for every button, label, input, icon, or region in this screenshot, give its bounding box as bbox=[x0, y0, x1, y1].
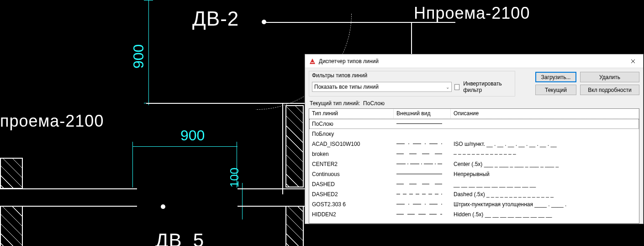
col-header-appearance[interactable]: Внешний вид bbox=[394, 109, 451, 118]
current-value: ПоСлою bbox=[363, 100, 385, 107]
delete-button[interactable]: Удалить bbox=[580, 72, 639, 82]
cell-name: DASHED bbox=[309, 180, 394, 188]
filter-combo[interactable]: Показать все типы линий ⌄ bbox=[312, 82, 452, 92]
table-row[interactable]: ПоСлою bbox=[309, 119, 639, 129]
invert-filter-checkbox[interactable] bbox=[454, 84, 459, 90]
linetype-sample bbox=[396, 174, 442, 174]
close-icon bbox=[631, 59, 635, 64]
invert-filter-label: Инвертировать фильтр bbox=[463, 80, 512, 93]
cell-appearance bbox=[394, 183, 451, 186]
list-header: Тип линий Внешний вид Описание bbox=[309, 109, 639, 119]
filter-group: Фильтры типов линий Показать все типы ли… bbox=[309, 71, 515, 96]
app-icon bbox=[309, 58, 316, 65]
cell-appearance bbox=[394, 203, 451, 206]
button-label: Вкл подробности bbox=[588, 87, 631, 93]
dim-tick bbox=[144, 0, 153, 0]
node-point bbox=[262, 20, 266, 24]
linetype-sample bbox=[396, 194, 442, 195]
label-dv2: ДВ-2 bbox=[192, 7, 239, 30]
cell-appearance bbox=[394, 123, 451, 125]
current-button[interactable]: Текущий bbox=[535, 85, 576, 95]
node-point bbox=[161, 204, 165, 209]
load-button[interactable]: Загрузить... bbox=[535, 72, 576, 82]
table-row[interactable]: ПоБлоку bbox=[309, 129, 639, 139]
dimension-value: 900 bbox=[130, 44, 147, 69]
filter-controls: Показать все типы линий ⌄ Инвертировать … bbox=[312, 80, 512, 93]
table-row[interactable]: DASHED2Dashed (.5x) _ _ _ _ _ _ _ _ _ _ … bbox=[309, 189, 639, 199]
filter-row: Фильтры типов линий Показать все типы ли… bbox=[309, 71, 639, 96]
label-dv5: ДВ_5 bbox=[155, 230, 204, 246]
col-header-name[interactable]: Тип линий bbox=[309, 109, 394, 118]
cell-name: DASHED2 bbox=[309, 190, 394, 198]
cell-desc: ISO ш/пункт. __ . __ . __ . __ . __ . __… bbox=[451, 140, 639, 148]
cell-appearance bbox=[394, 153, 451, 155]
linetype-sample bbox=[396, 154, 442, 155]
linetype-list[interactable]: Тип линий Внешний вид Описание ПоСлоюПоБ… bbox=[309, 108, 639, 224]
cell-desc: – – – – – – – – – – – – – – bbox=[451, 150, 639, 158]
dialog-body: Фильтры типов линий Показать все типы ли… bbox=[305, 68, 643, 224]
table-row[interactable]: CENTER2Center (.5x) ___ _ ___ _ ___ _ __… bbox=[309, 159, 639, 169]
cell-appearance bbox=[394, 213, 451, 216]
table-row[interactable]: broken– – – – – – – – – – – – – – bbox=[309, 149, 639, 159]
dimension-value: 900 bbox=[180, 127, 205, 144]
list-body: ПоСлоюПоБлокуACAD_ISO10W100ISO ш/пункт. … bbox=[309, 119, 639, 219]
wall-hatch bbox=[0, 206, 23, 246]
cell-desc: Hidden (.5x) __ __ __ __ __ __ __ __ __ bbox=[451, 210, 639, 219]
table-row[interactable]: DASHED__ __ __ __ __ __ __ __ __ __ __ bbox=[309, 179, 639, 189]
table-row[interactable]: GOST2.303 6Штрих-пунктирная утолщенная _… bbox=[309, 199, 639, 209]
label-hproema-right: Нпроема-2100 bbox=[414, 4, 530, 23]
table-row[interactable]: HIDDEN2Hidden (.5x) __ __ __ __ __ __ __… bbox=[309, 209, 639, 219]
linetype-sample bbox=[396, 204, 442, 205]
dim-tick bbox=[132, 142, 133, 187]
table-row[interactable]: ContinuousНепрерывный bbox=[309, 169, 639, 179]
combo-value: Показать все типы линий bbox=[314, 84, 379, 90]
dim-line bbox=[132, 146, 238, 147]
current-label: Текущий тип линий: bbox=[310, 100, 360, 107]
linetype-manager-dialog: Диспетчер типов линий Фильтры типов лини… bbox=[305, 54, 644, 224]
cell-name: ПоСлою bbox=[309, 120, 394, 128]
cell-name: CENTER2 bbox=[309, 160, 394, 168]
cell-desc bbox=[451, 123, 639, 125]
dim-line bbox=[148, 0, 149, 105]
linetype-sample bbox=[396, 123, 442, 124]
linetype-sample bbox=[396, 144, 442, 144]
cell-name: GOST2.303 6 bbox=[309, 200, 394, 209]
cell-desc bbox=[451, 133, 639, 135]
cell-appearance bbox=[394, 193, 451, 196]
linetype-sample bbox=[396, 184, 442, 185]
wall-line bbox=[282, 103, 283, 194]
cell-desc: __ __ __ __ __ __ __ __ __ __ __ bbox=[451, 180, 639, 188]
wall-hatch bbox=[285, 105, 304, 187]
dimension-value: 100 bbox=[227, 168, 242, 187]
linetype-sample bbox=[396, 214, 442, 215]
cell-desc: Штрих-пунктирная утолщенная ____ . ____ … bbox=[451, 200, 639, 209]
label-hproema-left: проема-2100 bbox=[0, 112, 104, 131]
button-label: Текущий bbox=[545, 87, 567, 93]
button-column: Загрузить... Удалить Текущий Вкл подробн… bbox=[535, 71, 639, 95]
cell-name: ACAD_ISO10W100 bbox=[309, 140, 394, 148]
cell-desc: Center (.5x) ___ _ ___ _ ___ _ ___ _ ___… bbox=[451, 160, 639, 168]
cell-desc: Непрерывный bbox=[451, 170, 639, 178]
cell-appearance bbox=[394, 143, 451, 145]
close-button[interactable] bbox=[624, 55, 642, 68]
chevron-down-icon: ⌄ bbox=[446, 85, 449, 90]
cell-name: HIDDEN2 bbox=[309, 210, 394, 219]
cell-appearance bbox=[394, 163, 451, 166]
button-label: Загрузить... bbox=[541, 74, 571, 80]
cell-desc: Dashed (.5x) _ _ _ _ _ _ _ _ _ _ _ _ _ _… bbox=[451, 190, 639, 198]
col-header-desc[interactable]: Описание bbox=[451, 109, 639, 118]
wall-hatch bbox=[285, 206, 304, 246]
details-button[interactable]: Вкл подробности bbox=[580, 85, 639, 95]
button-label: Удалить bbox=[599, 74, 620, 80]
table-row[interactable]: ACAD_ISO10W100ISO ш/пункт. __ . __ . __ … bbox=[309, 139, 639, 149]
wall-hatch bbox=[0, 158, 23, 189]
filter-group-label: Фильтры типов линий bbox=[312, 72, 512, 79]
cell-name: ПоБлоку bbox=[309, 130, 394, 138]
current-linetype-label: Текущий тип линий: ПоСлою bbox=[309, 96, 639, 108]
cell-name: Continuous bbox=[309, 170, 394, 178]
linetype-sample bbox=[396, 164, 442, 165]
cell-appearance bbox=[394, 173, 451, 175]
dialog-title: Диспетчер типов линий bbox=[319, 58, 624, 64]
cell-appearance bbox=[394, 133, 451, 135]
titlebar[interactable]: Диспетчер типов линий bbox=[305, 54, 643, 68]
